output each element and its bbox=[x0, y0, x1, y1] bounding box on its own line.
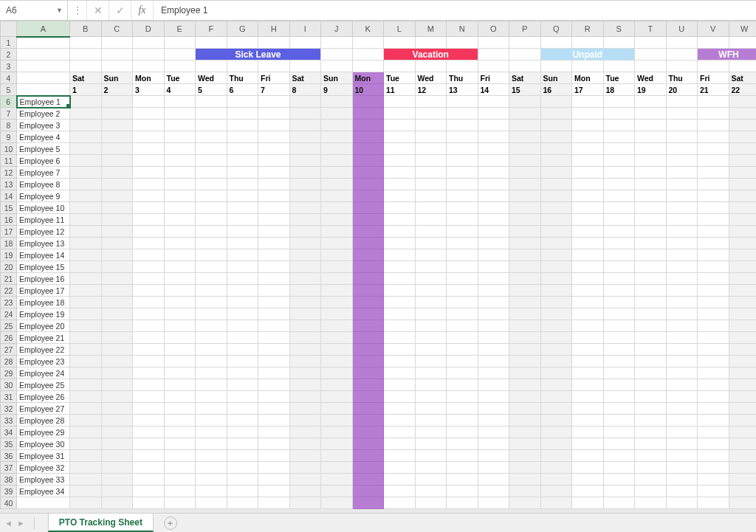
cell[interactable] bbox=[164, 214, 196, 226]
cell[interactable] bbox=[101, 238, 133, 249]
cell[interactable] bbox=[415, 238, 447, 249]
employee-name-cell[interactable]: Employee 11 bbox=[17, 214, 70, 226]
cell[interactable] bbox=[164, 249, 196, 261]
cell[interactable] bbox=[164, 426, 196, 438]
cell[interactable] bbox=[509, 167, 541, 179]
cell[interactable] bbox=[635, 249, 667, 261]
cell[interactable] bbox=[729, 238, 756, 249]
day-header[interactable]: Sat bbox=[70, 72, 102, 84]
employee-name-cell[interactable]: Employee 29 bbox=[17, 426, 70, 438]
cell[interactable] bbox=[70, 167, 102, 179]
cell[interactable] bbox=[352, 415, 384, 426]
cell[interactable] bbox=[101, 108, 133, 120]
cell[interactable] bbox=[17, 497, 70, 509]
cell[interactable] bbox=[603, 308, 635, 320]
cell[interactable] bbox=[352, 61, 384, 72]
date-header[interactable]: 5 bbox=[196, 84, 227, 96]
cell[interactable] bbox=[196, 497, 227, 509]
cell[interactable] bbox=[447, 120, 478, 131]
cell[interactable] bbox=[133, 261, 165, 273]
cell[interactable] bbox=[540, 415, 572, 426]
cell[interactable] bbox=[289, 120, 321, 131]
cell[interactable] bbox=[164, 155, 196, 167]
category-vacation[interactable]: Vacation bbox=[384, 49, 478, 61]
cell[interactable] bbox=[729, 120, 756, 131]
cell[interactable] bbox=[352, 214, 384, 226]
cell[interactable] bbox=[321, 438, 353, 450]
cell[interactable] bbox=[572, 96, 604, 108]
cell[interactable] bbox=[698, 285, 729, 297]
cell[interactable] bbox=[70, 155, 102, 167]
cell[interactable] bbox=[729, 320, 756, 332]
cell[interactable] bbox=[133, 450, 165, 462]
cell[interactable] bbox=[729, 96, 756, 108]
cell[interactable] bbox=[666, 297, 698, 308]
cell[interactable] bbox=[164, 37, 196, 49]
cell[interactable] bbox=[352, 131, 384, 143]
cell[interactable] bbox=[729, 202, 756, 214]
cell[interactable] bbox=[415, 497, 447, 509]
cell[interactable] bbox=[133, 391, 165, 403]
cell[interactable] bbox=[447, 226, 478, 238]
cell[interactable] bbox=[509, 273, 541, 285]
cell[interactable] bbox=[415, 37, 447, 49]
row-header-14[interactable]: 14 bbox=[1, 190, 17, 202]
cell[interactable] bbox=[289, 96, 321, 108]
cell[interactable] bbox=[540, 108, 572, 120]
cell[interactable] bbox=[540, 96, 572, 108]
cell[interactable] bbox=[415, 344, 447, 356]
cell[interactable] bbox=[415, 391, 447, 403]
cell[interactable] bbox=[603, 108, 635, 120]
cell[interactable] bbox=[196, 415, 227, 426]
cell[interactable] bbox=[70, 285, 102, 297]
cell[interactable] bbox=[384, 61, 416, 72]
cell[interactable] bbox=[415, 415, 447, 426]
cell[interactable] bbox=[258, 155, 290, 167]
col-header-M[interactable]: M bbox=[415, 21, 447, 37]
cell[interactable] bbox=[666, 391, 698, 403]
cell[interactable] bbox=[258, 238, 290, 249]
cell[interactable] bbox=[540, 273, 572, 285]
cell[interactable] bbox=[635, 462, 667, 474]
cell[interactable] bbox=[729, 155, 756, 167]
cell[interactable] bbox=[352, 273, 384, 285]
cell[interactable] bbox=[698, 474, 729, 486]
cell[interactable] bbox=[196, 403, 227, 415]
cell[interactable] bbox=[603, 462, 635, 474]
cell[interactable] bbox=[17, 84, 70, 96]
cell[interactable] bbox=[478, 415, 509, 426]
cell[interactable] bbox=[196, 155, 227, 167]
cell[interactable] bbox=[478, 344, 509, 356]
cell[interactable] bbox=[227, 96, 258, 108]
cell[interactable] bbox=[352, 379, 384, 391]
select-all-corner[interactable] bbox=[1, 21, 17, 37]
cell[interactable] bbox=[227, 497, 258, 509]
employee-name-cell[interactable]: Employee 34 bbox=[17, 486, 70, 497]
cell[interactable] bbox=[289, 426, 321, 438]
cell[interactable] bbox=[289, 61, 321, 72]
cell[interactable] bbox=[415, 214, 447, 226]
cell[interactable] bbox=[729, 179, 756, 190]
cell[interactable] bbox=[635, 486, 667, 497]
cell[interactable] bbox=[352, 426, 384, 438]
cell[interactable] bbox=[70, 391, 102, 403]
cell[interactable] bbox=[415, 261, 447, 273]
row-header-25[interactable]: 25 bbox=[1, 320, 17, 332]
cell[interactable] bbox=[258, 462, 290, 474]
cell[interactable] bbox=[478, 297, 509, 308]
category-sick[interactable]: Sick Leave bbox=[196, 49, 321, 61]
cell[interactable] bbox=[666, 486, 698, 497]
cell[interactable] bbox=[572, 356, 604, 367]
cell[interactable] bbox=[447, 285, 478, 297]
cell[interactable] bbox=[509, 462, 541, 474]
cell[interactable] bbox=[603, 37, 635, 49]
cell[interactable] bbox=[447, 367, 478, 379]
cell[interactable] bbox=[572, 214, 604, 226]
cell[interactable] bbox=[729, 308, 756, 320]
cell[interactable] bbox=[447, 462, 478, 474]
cell[interactable] bbox=[447, 450, 478, 462]
cell[interactable] bbox=[101, 438, 133, 450]
cell[interactable] bbox=[635, 96, 667, 108]
day-header[interactable]: Sun bbox=[321, 72, 353, 84]
cell[interactable] bbox=[603, 332, 635, 344]
